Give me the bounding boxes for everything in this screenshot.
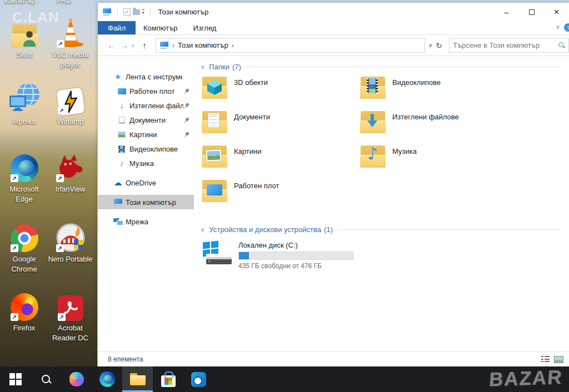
desktop-icon-label: Swift	[16, 50, 32, 60]
navigation-pane: ★ Лента с инструменти Работен плот ↓ Изт…	[98, 56, 194, 351]
folder-icon	[360, 77, 386, 99]
address-bar[interactable]: › Този компютър ›	[156, 38, 425, 53]
address-dropdown-chevron-icon[interactable]: ∨	[428, 42, 432, 48]
items-count: 8 елемента	[108, 355, 143, 363]
shortcut-arrow-icon	[58, 107, 66, 114]
desktop-icon-chrome[interactable]: Google Chrome	[1, 220, 47, 287]
desktop-icon-winamp[interactable]: Winamp	[47, 82, 93, 148]
recent-locations-chevron-icon[interactable]: ∨	[131, 43, 138, 48]
minimize-button[interactable]: –	[494, 3, 519, 21]
tab-computer[interactable]: Компютър	[136, 21, 186, 34]
up-button[interactable]: ↑	[138, 41, 151, 50]
taskbar-explorer-button[interactable]	[122, 366, 153, 392]
shared-folder-icon	[11, 24, 38, 48]
windows-logo-icon	[9, 373, 22, 385]
sidebar-item-onedrive[interactable]: ☁ OneDrive	[98, 175, 194, 190]
sidebar-item-downloads[interactable]: ↓ Изтеглени файлове	[98, 98, 194, 113]
sidebar-item-music[interactable]: ♪ Музика	[98, 156, 194, 170]
desktop-icon-irfanview[interactable]: IrfanView	[47, 150, 93, 218]
computer-icon	[159, 42, 169, 49]
desktop-icon-label: Nero Portable	[48, 254, 92, 264]
folder-icon	[202, 77, 227, 99]
ribbon-collapse-chevron-icon[interactable]: ∨	[556, 23, 560, 31]
collapse-chevron-icon[interactable]: ∨	[201, 227, 204, 233]
desktop-icon-grid: Swift VLC media player	[1, 16, 94, 343]
quick-access-toolbar: ✓ ▾	[102, 8, 154, 16]
desktop-icon-label: Winamp	[57, 117, 84, 127]
desktop-icon-vlc[interactable]: VLC media player	[47, 16, 93, 80]
search-icon	[558, 42, 565, 49]
mail-icon	[191, 372, 206, 387]
properties-check-icon[interactable]: ✓	[123, 8, 131, 16]
refresh-icon[interactable]: ↻	[436, 41, 442, 50]
desktop-icon-swift[interactable]: Swift	[1, 16, 47, 80]
sidebar-item-quick-access[interactable]: ★ Лента с инструменти	[98, 69, 194, 84]
folder-documents[interactable]: Документи	[202, 111, 360, 145]
drive-label: Локален диск (C:)	[238, 241, 353, 249]
divider	[150, 8, 151, 16]
drive-c-tile[interactable]: Локален диск (C:) 435 ГБ свободни от 476…	[202, 240, 569, 270]
folder-videos[interactable]: Видеоклипове	[360, 77, 518, 111]
pin-icon	[182, 116, 191, 124]
tab-file[interactable]: Файл	[98, 21, 136, 34]
content-pane: ∨ Папки (7) 3D обекти Видеоклипове	[194, 56, 569, 351]
desktop-icon-label: Мрежа	[13, 117, 36, 127]
picture-icon	[206, 149, 221, 161]
group-header-folders[interactable]: ∨ Папки (7)	[201, 63, 569, 71]
help-icon[interactable]: ?	[564, 23, 569, 32]
desktop-icon-network[interactable]: Мрежа	[1, 82, 47, 148]
copilot-icon	[69, 372, 84, 386]
close-button[interactable]: ×	[544, 3, 569, 21]
thumbnail-view-icon[interactable]	[554, 356, 563, 363]
customize-toolbar-caret-icon[interactable]: ▾	[142, 9, 144, 14]
drive-free-space: 435 ГБ свободни от 476 ГБ	[238, 262, 353, 270]
taskbar-store-button[interactable]	[153, 366, 183, 392]
desktop-icon-acrobat[interactable]: Acrobat Reader DC	[47, 289, 93, 343]
folder-music[interactable]: ♪ Музика	[360, 145, 518, 180]
folder-icon: ♪	[360, 145, 386, 168]
back-button[interactable]: ←	[104, 41, 118, 50]
shortcut-arrow-icon	[56, 244, 64, 252]
group-title: Папки	[209, 63, 229, 71]
details-view-icon[interactable]	[541, 356, 550, 363]
desktop-icon-firefox[interactable]: Firefox	[1, 289, 47, 343]
desktop-icon-label: IrfanView	[56, 184, 86, 194]
sidebar-item-pictures[interactable]: Картини	[98, 127, 194, 142]
sidebar-item-this-pc[interactable]: Този компютър	[98, 195, 194, 209]
taskbar-edge-button[interactable]	[92, 366, 122, 392]
folder-3d-objects[interactable]: 3D обекти	[202, 77, 360, 111]
taskbar-search-button[interactable]	[31, 366, 61, 392]
ribbon-tabs: Файл Компютър Изглед ∨ ?	[98, 21, 569, 35]
sidebar-item-documents[interactable]: Документи	[98, 113, 194, 127]
start-button[interactable]	[0, 366, 31, 392]
shortcut-arrow-icon	[11, 174, 18, 182]
desktop-icon-label: VLC media player	[47, 50, 93, 69]
sidebar-item-videos[interactable]: Видеоклипове	[98, 142, 194, 156]
computer-icon	[102, 8, 112, 16]
sidebar-item-desktop[interactable]: Работен плот	[98, 84, 194, 98]
desktop-icon	[207, 184, 222, 195]
taskbar-mail-button[interactable]	[183, 366, 214, 392]
maximize-icon	[529, 9, 535, 15]
cloud-icon: ☁	[112, 178, 123, 188]
breadcrumb[interactable]: Този компютър	[178, 41, 228, 49]
search-box[interactable]	[449, 38, 569, 53]
sidebar-item-network[interactable]: Мрежа	[98, 214, 194, 229]
desktop-icon-nero[interactable]: Nero Portable	[47, 220, 93, 287]
group-rule	[337, 229, 560, 230]
forward-button[interactable]: →	[118, 41, 131, 50]
search-input[interactable]	[453, 41, 558, 49]
maximize-button[interactable]	[519, 3, 544, 21]
folder-desktop[interactable]: Работен плот	[202, 180, 360, 214]
new-folder-icon[interactable]	[133, 9, 140, 15]
folder-downloads[interactable]: Изтеглени файлове	[360, 111, 518, 145]
collapse-chevron-icon[interactable]: ∨	[201, 64, 204, 70]
navigation-toolbar: ← → ∨ ↑ › Този компютър › ∨ ↻	[98, 35, 569, 56]
folder-pictures[interactable]: Картини	[202, 145, 360, 180]
group-header-devices[interactable]: ∨ Устройства и дискови устройства (1)	[201, 225, 569, 234]
breadcrumb-separator[interactable]: ›	[232, 42, 234, 49]
desktop-icon-edge[interactable]: Microsoft Edge	[1, 150, 47, 218]
taskbar-copilot-button[interactable]	[61, 366, 92, 392]
tab-view[interactable]: Изглед	[186, 21, 224, 34]
desktop-icon	[116, 88, 127, 94]
